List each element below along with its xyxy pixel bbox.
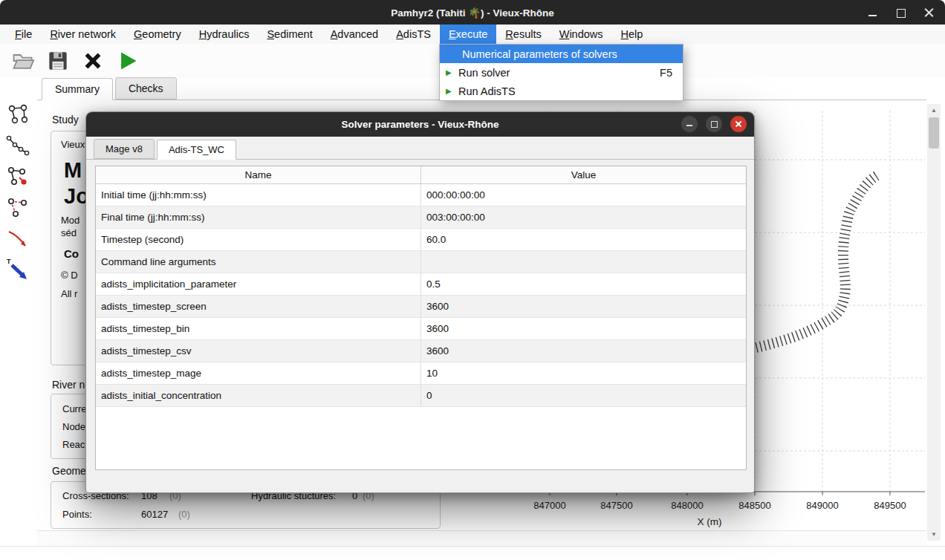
menu-item-run-solver[interactable]: ▶ Run solver F5 [440,63,683,82]
menu-hydraulics[interactable]: Hydraulics [190,25,259,44]
window-controls [868,0,935,25]
param-value-cell[interactable]: 3600 [421,296,746,317]
table-row: adists_timestep_bin 3600 [96,318,746,340]
parameters-table: Name Value Initial time (jj:hh:mm:ss) 00… [95,166,747,470]
param-name-cell: Timestep (second) [96,229,421,250]
param-value-cell[interactable]: 0 [421,385,746,406]
dialog-window-controls [681,116,747,132]
param-value-cell[interactable]: 3600 [421,340,746,362]
table-row: adists_timestep_csv 3600 [96,340,746,362]
add-node-icon[interactable] [6,165,30,189]
param-name-cell: adists_implicitation_parameter [96,273,421,295]
dialog-close-icon[interactable] [730,116,747,132]
study-desc-line2: séd [61,227,77,238]
scroll-up-icon[interactable]: ▲ [927,105,941,116]
x-tick-label: 848000 [671,500,703,511]
close-icon[interactable] [924,7,935,18]
column-header-value: Value [421,166,746,183]
points-value: 60127 [141,509,168,520]
menu-river-network[interactable]: River network [41,25,125,44]
menubar: File River network Geometry Hydraulics S… [0,25,945,44]
table-row: Initial time (jj:hh:mm:ss) 000:00:00:00 [96,184,746,206]
table-row: adists_initial_concentration 0 [96,385,746,407]
save-icon [47,50,69,72]
param-value-cell[interactable] [421,251,746,273]
geometry-section-label: Geome [52,465,86,477]
save-button[interactable] [44,47,72,75]
tab-summary[interactable]: Summary [42,78,113,100]
contributors-heading: Co [64,247,79,260]
rights-text: All r [61,288,77,299]
left-tool-strip: T [0,100,37,530]
menu-geometry[interactable]: Geometry [125,25,190,44]
menu-item-label: Run AdisTS [458,85,516,97]
current-network-text: Curre [62,403,87,414]
table-row: Command line arguments [96,251,746,273]
table-row: Final time (jj:hh:mm:ss) 003:00:00:00 [96,206,746,229]
table-row: adists_implicitation_parameter 0.5 [96,273,746,296]
points-label: Points: [62,509,92,520]
study-name-text: Vieux [61,139,85,150]
window-bottom-border [0,546,945,547]
menu-shortcut: F5 [660,67,672,79]
scroll-down-icon[interactable]: ▼ [927,529,941,540]
menu-sediment[interactable]: Sediment [258,25,321,44]
play-icon: ▶ [446,87,458,95]
menu-advanced[interactable]: Advanced [322,25,388,44]
param-value-cell[interactable]: 003:00:00:00 [421,206,746,228]
menu-results[interactable]: Results [496,25,550,44]
dialog-tabbar: Mage v8 Adis-TS_WC [86,137,754,160]
open-folder-icon [11,49,35,73]
play-icon: ▶ [446,68,458,76]
x-axis-label: X (m) [698,516,722,527]
menu-windows[interactable]: Windows [551,25,612,44]
vertical-scrollbar[interactable]: ▲ ▼ [927,104,941,541]
menu-file[interactable]: File [6,25,41,44]
delete-x-icon [82,51,103,71]
dialog-titlebar: Solver parameters - Vieux-Rhône [86,112,754,137]
open-folder-button[interactable] [9,47,37,75]
slope-icon[interactable] [6,227,30,251]
study-section-label: Study [52,114,79,126]
menu-item-label: Run solver [458,67,510,79]
param-value-cell[interactable]: 3600 [421,318,746,339]
maximize-icon[interactable] [896,7,906,18]
reaches-text: Reac [62,439,85,450]
param-name-cell: Command line arguments [96,251,421,273]
param-value-cell[interactable]: 0.5 [421,273,746,295]
river-section-label: River n [52,379,85,391]
menu-item-run-adists[interactable]: ▶ Run AdisTS [440,82,683,100]
solver-parameters-dialog: Solver parameters - Vieux-Rhône Mage v8 … [85,111,755,493]
param-value-cell[interactable]: 10 [421,362,746,384]
bottom-scroll-area [37,530,926,546]
river-network-icon[interactable] [6,102,30,126]
minimize-icon[interactable] [868,7,878,18]
table-row: Timestep (second) 60.0 [96,229,746,251]
x-tick-label: 847500 [600,500,632,511]
menu-help[interactable]: Help [612,25,652,44]
table-row: adists_timestep_screen 3600 [96,296,746,318]
run-solver-button[interactable] [114,47,142,75]
copyright-text: © D [61,270,78,281]
tab-mage-v8[interactable]: Mage v8 [94,139,155,159]
profile-icon[interactable] [6,134,30,157]
param-value-cell[interactable]: 60.0 [421,229,746,250]
pamhyr2-window: Pamhyr2 (Tahiti 🌴) - Vieux-Rhône File Ri… [0,0,945,560]
delete-button[interactable] [79,47,107,75]
river-reach-path [756,175,877,348]
translate-badge: T [7,258,11,265]
dialog-maximize-icon[interactable] [706,116,722,132]
param-value-cell[interactable]: 000:00:00:00 [421,184,746,206]
menu-item-numerical-parameters[interactable]: Numerical parameters of solvers [440,45,683,63]
param-name-cell: adists_initial_concentration [96,385,421,406]
tab-adis-ts-wc[interactable]: Adis-TS_WC [157,140,236,160]
menu-adists[interactable]: AdisTS [387,25,440,44]
reach-edit-icon[interactable] [6,196,30,220]
menu-execute[interactable]: Execute [440,25,496,44]
param-name-cell: Initial time (jj:hh:mm:ss) [96,184,421,206]
menu-item-label: Numerical parameters of solvers [462,48,617,60]
dialog-minimize-icon[interactable] [681,116,698,132]
tab-checks[interactable]: Checks [115,77,177,100]
column-header-name: Name [96,166,421,183]
scrollbar-thumb[interactable] [929,117,939,149]
